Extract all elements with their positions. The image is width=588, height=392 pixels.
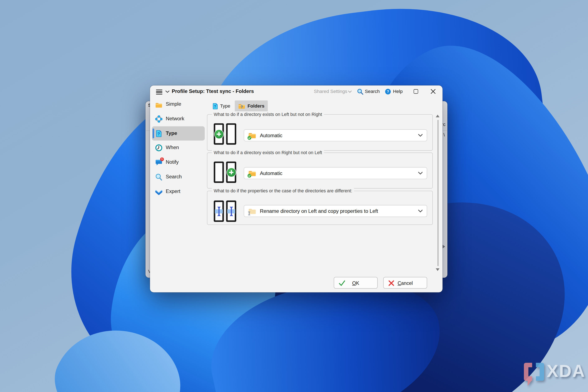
- document-question-icon: ?: [213, 103, 218, 110]
- dialog-titlebar: Profile Setup: Ttest sync - Folders Shar…: [150, 86, 442, 97]
- right-pane-pictogram: [226, 200, 236, 222]
- group-legend: What to do if a directory exists on Righ…: [212, 150, 324, 156]
- directory-pictogram: [214, 123, 236, 144]
- background-window-expander-icon[interactable]: [442, 245, 445, 248]
- chevron-down-icon: [418, 210, 423, 212]
- svg-text:?: ?: [214, 104, 216, 108]
- ok-button[interactable]: OK: [334, 277, 378, 288]
- sidebar-item-type[interactable]: ? Type: [152, 126, 205, 140]
- sidebar-item-label: Simple: [166, 97, 181, 111]
- document-question-icon: ?: [155, 130, 162, 137]
- selection-accent-bar: [153, 129, 154, 138]
- group-properties-different: What to do if the properties or the case…: [207, 191, 433, 225]
- sidebar-item-label: Search: [166, 170, 182, 184]
- background-window-path-fragment: \: [444, 132, 445, 138]
- sidebar-item-when[interactable]: When: [152, 140, 205, 155]
- dropdown-value: Rename directory on Left and copy proper…: [260, 208, 378, 214]
- desktop: S V rc \ Profile Setup: Ttest sync - Fol…: [0, 0, 588, 392]
- folder-question-icon: ?: [238, 103, 245, 109]
- left-pane-pictogram: [214, 123, 224, 144]
- magnifier-icon: [155, 174, 162, 181]
- action-dropdown-properties[interactable]: Rename directory on Left and copy proper…: [244, 205, 427, 217]
- directory-pictogram: [214, 162, 236, 183]
- title-chevron-down-icon[interactable]: [166, 90, 170, 93]
- folder-check-icon: [248, 170, 256, 176]
- shared-settings-dropdown[interactable]: Shared Settings: [314, 86, 347, 97]
- xda-watermark: XDA: [523, 362, 585, 386]
- plus-icon: [214, 130, 223, 138]
- shared-settings-chevron-icon[interactable]: [348, 90, 352, 93]
- left-pane-pictogram: [214, 162, 224, 183]
- sidebar-item-label: When: [166, 140, 179, 155]
- rename-cursor-icon: [216, 206, 221, 216]
- sidebar-item-label: Type: [166, 126, 177, 140]
- group-left-not-right: What to do if a directory exists on Left…: [207, 114, 433, 150]
- folder-check-icon: [248, 132, 256, 139]
- dialog-title: Profile Setup: Ttest sync - Folders: [172, 86, 254, 97]
- sidebar-item-label: Network: [166, 112, 184, 126]
- rename-cursor-icon: [229, 206, 234, 216]
- scrollbar-up-arrow[interactable]: [436, 115, 440, 117]
- action-dropdown-left-not-right[interactable]: Automatic: [244, 129, 427, 141]
- svg-text:?: ?: [240, 104, 243, 109]
- cancel-button-label: Cancel: [384, 277, 427, 289]
- scrollbar-down-arrow[interactable]: [436, 268, 440, 271]
- maximize-button[interactable]: [414, 89, 418, 94]
- sidebar-item-simple[interactable]: Simple: [152, 97, 205, 111]
- left-pane-pictogram: [214, 200, 224, 222]
- chevron-down-icon: [418, 134, 423, 137]
- dropdown-value: Automatic: [260, 170, 282, 176]
- tab-label: Folders: [248, 104, 264, 108]
- cancel-button[interactable]: Cancel: [383, 277, 427, 288]
- network-icon: [155, 116, 162, 122]
- sidebar-item-expert[interactable]: Expert: [152, 184, 205, 198]
- right-pane-pictogram: [226, 162, 236, 183]
- notification-bubble-icon: 1: [155, 159, 162, 166]
- menu-hamburger-icon[interactable]: [156, 90, 162, 96]
- notify-count-badge: 1: [160, 158, 164, 161]
- tab-folders[interactable]: ? Folders: [235, 100, 268, 112]
- group-legend: What to do if the properties or the case…: [212, 188, 354, 194]
- sidebar-item-label: Expert: [166, 184, 180, 198]
- ok-button-label: OK: [334, 277, 377, 289]
- clock-icon: [155, 144, 162, 152]
- sidebar-item-search[interactable]: Search: [152, 170, 205, 184]
- close-button[interactable]: [430, 89, 436, 94]
- expert-chevron-icon: [155, 189, 162, 196]
- xda-brand-text: XDA: [547, 362, 586, 380]
- help-icon[interactable]: ?: [385, 88, 391, 94]
- sidebar-item-notify[interactable]: 1 Notify: [152, 155, 205, 169]
- scrollbar-thumb[interactable]: [438, 120, 438, 266]
- search-icon[interactable]: [357, 88, 364, 95]
- directory-pictogram: [214, 200, 236, 222]
- chevron-down-icon: [418, 172, 423, 174]
- svg-text:?: ?: [157, 132, 160, 136]
- group-right-not-left: What to do if a directory exists on Righ…: [207, 152, 433, 188]
- sidebar-item-network[interactable]: Network: [152, 112, 205, 126]
- folder-rename-icon: [248, 208, 256, 214]
- tab-label: Type: [220, 104, 230, 108]
- action-dropdown-right-not-left[interactable]: Automatic: [244, 167, 427, 179]
- xda-brackets-icon: [523, 362, 545, 386]
- help-button[interactable]: Help: [393, 86, 402, 97]
- right-pane-pictogram: [226, 123, 236, 144]
- sidebar-item-label: Notify: [166, 155, 179, 169]
- dropdown-value: Automatic: [260, 132, 282, 138]
- tab-type[interactable]: ? Type: [209, 100, 234, 112]
- titlebar-search-button[interactable]: Search: [365, 86, 380, 97]
- plus-icon: [227, 168, 236, 176]
- group-legend: What to do if a directory exists on Left…: [212, 111, 324, 117]
- profile-setup-dialog: Profile Setup: Ttest sync - Folders Shar…: [150, 86, 442, 292]
- folder-icon: [155, 102, 162, 108]
